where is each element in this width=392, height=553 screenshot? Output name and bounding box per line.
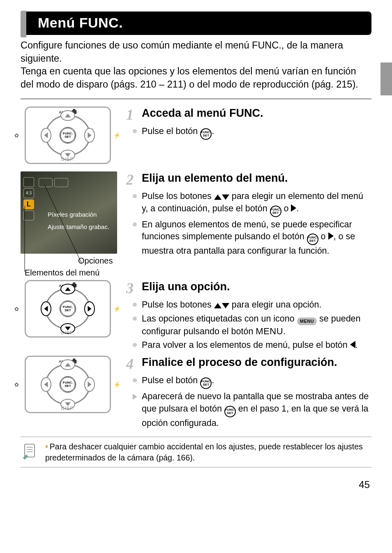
step-number-2: 2 bbox=[126, 172, 137, 187]
menu-pill-icon: MENU bbox=[297, 317, 317, 325]
step4-item1: Pulse el botón . bbox=[142, 375, 371, 389]
menu-word-icon: MENU bbox=[256, 326, 283, 336]
note-bullet-icon: • bbox=[45, 442, 48, 451]
func-set-button-icon: FUNC. SET bbox=[60, 301, 76, 317]
func-set-button-icon: FUNC. SET bbox=[60, 127, 76, 143]
strip-cell: 4:3 bbox=[23, 188, 34, 198]
func-set-button-icon: FUNC. SET bbox=[60, 376, 76, 393]
step3-item3: Para volver a los elementos de menú, pul… bbox=[142, 339, 371, 352]
section-tab bbox=[380, 62, 392, 95]
right-icon bbox=[291, 204, 296, 212]
intro-paragraph-1: Configure funciones de uso común mediant… bbox=[21, 39, 371, 65]
step-title-4: Finalice el proceso de configuración. bbox=[142, 356, 337, 369]
note-text: •Para deshacer cualquier cambio accident… bbox=[45, 441, 370, 463]
svg-line-0 bbox=[44, 185, 81, 263]
strip-cell bbox=[23, 177, 34, 187]
flash-icon: ⚡ bbox=[113, 381, 120, 388]
disp-label: DISP. bbox=[61, 330, 74, 335]
page-title: Menú FUNC. bbox=[21, 12, 371, 35]
step2-item1: Pulse los botones para elegir un element… bbox=[142, 190, 371, 217]
func-icon bbox=[270, 206, 281, 217]
macro-icon: ✿ bbox=[14, 305, 19, 312]
macro-icon: ✿ bbox=[14, 132, 19, 138]
caption-elementos: Elementos del menú bbox=[25, 268, 117, 278]
step1-item1: Pulse el botón . bbox=[142, 125, 371, 140]
step3-item1: Pulse los botones para elegir una opción… bbox=[142, 299, 371, 311]
updown-icon bbox=[214, 194, 229, 200]
step-number-1: 1 bbox=[126, 107, 137, 122]
illustration-step1: AUTO ✿ ⚡ FUNC. SET DISP. bbox=[25, 106, 111, 164]
page-number: 45 bbox=[21, 479, 371, 491]
illustration-step4: AUTO ✿ ⚡ FUNC. SET DISP. bbox=[25, 356, 111, 413]
func-icon bbox=[200, 377, 212, 389]
flash-icon: ⚡ bbox=[113, 305, 120, 312]
note-box: •Para deshacer cualquier cambio accident… bbox=[21, 437, 371, 467]
step-title-3: Elija una opción. bbox=[142, 280, 230, 293]
left-icon bbox=[350, 341, 355, 348]
right-icon bbox=[328, 232, 334, 240]
updown-icon bbox=[214, 303, 229, 308]
divider bbox=[21, 99, 371, 99]
flash-icon: ⚡ bbox=[113, 132, 120, 139]
step-title-2: Elija un elemento del menú. bbox=[142, 171, 288, 185]
func-icon bbox=[200, 128, 212, 140]
disp-label: DISP. bbox=[61, 406, 74, 411]
step-number-3: 3 bbox=[126, 281, 137, 296]
intro-text: Configure funciones de uso común mediant… bbox=[21, 39, 371, 91]
step4-item2: Aparecerá de nuevo la pantalla que se mo… bbox=[142, 391, 371, 429]
pencil-note-icon bbox=[22, 441, 38, 462]
macro-icon: ✿ bbox=[14, 382, 19, 388]
step-number-4: 4 bbox=[126, 356, 137, 371]
func-icon bbox=[224, 406, 236, 417]
intro-paragraph-2: Tenga en cuenta que las opciones y los e… bbox=[21, 65, 371, 91]
step-title-1: Acceda al menú FUNC. bbox=[142, 106, 263, 120]
illustration-step3: AUTO ✿ ⚡ FUNC. SET DISP. bbox=[25, 280, 111, 338]
func-icon bbox=[307, 234, 318, 245]
step3-item2: Las opciones etiquetadas con un icono ME… bbox=[142, 313, 371, 338]
disp-label: DISP. bbox=[61, 157, 74, 162]
step2-item2: En algunos elementos de menú, se puede e… bbox=[142, 219, 371, 257]
svg-marker-6 bbox=[23, 455, 28, 459]
